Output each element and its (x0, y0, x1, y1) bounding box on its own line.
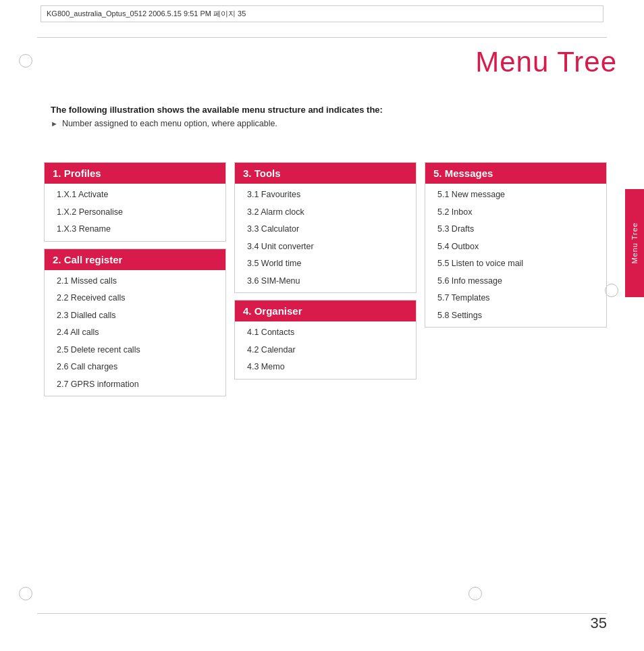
menu-box-header-0-0: 1. Profiles (45, 163, 225, 184)
menu-item-1-1-0: 4.1 Contacts (235, 324, 416, 342)
menu-item-1-0-0: 3.1 Favourites (235, 186, 416, 204)
menu-item-1-0-3: 3.4 Unit converter (235, 238, 416, 256)
corner-circle-tl (19, 54, 32, 68)
menu-item-1-0-2: 3.3 Calculator (235, 221, 416, 238)
menu-item-2-0-6: 5.7 Templates (425, 290, 606, 307)
menu-box-2-0: 5. Messages5.1 New message5.2 Inbox5.3 D… (425, 162, 607, 328)
menu-item-2-0-0: 5.1 New message (425, 186, 606, 204)
arrow-icon: ► (51, 120, 58, 128)
header-bar: KG800_australia_Optus_0512 2006.5.15 9:5… (41, 5, 603, 22)
menu-item-2-0-1: 5.2 Inbox (425, 204, 606, 222)
menu-item-2-0-2: 5.3 Drafts (425, 221, 606, 238)
menu-item-1-0-4: 3.5 World time (235, 255, 416, 273)
menu-item-1-1-1: 4.2 Calendar (235, 342, 416, 359)
menu-item-0-0-0: 1.X.1 Activate (45, 186, 225, 204)
menu-box-body-2-0: 5.1 New message5.2 Inbox5.3 Drafts5.4 Ou… (425, 184, 606, 327)
description-item: ► Number assigned to each menu option, w… (51, 119, 590, 128)
description-bullet: Number assigned to each menu option, whe… (62, 119, 277, 128)
corner-circle-tr (605, 284, 618, 297)
top-divider (37, 37, 607, 38)
menu-box-body-1-0: 3.1 Favourites3.2 Alarm clock3.3 Calcula… (235, 184, 416, 292)
menu-column-0: 1. Profiles1.X.1 Activate1.X.2 Personali… (44, 162, 226, 396)
menu-item-0-1-6: 2.7 GPRS information (45, 376, 225, 394)
menu-item-1-0-5: 3.6 SIM-Menu (235, 273, 416, 290)
menu-box-header-0-1: 2. Call register (45, 249, 225, 270)
menu-box-header-1-0: 3. Tools (235, 163, 416, 184)
menu-box-1-0: 3. Tools3.1 Favourites3.2 Alarm clock3.3… (234, 162, 417, 293)
menu-item-2-0-4: 5.5 Listen to voice mail (425, 255, 606, 273)
corner-circle-br (468, 587, 482, 600)
menu-item-0-0-1: 1.X.2 Personalise (45, 204, 225, 222)
menu-box-0-1: 2. Call register2.1 Missed calls2.2 Rece… (44, 249, 226, 397)
menu-box-0-0: 1. Profiles1.X.1 Activate1.X.2 Personali… (44, 162, 226, 242)
page-title: Menu Tree (0, 46, 617, 78)
menu-item-0-0-2: 1.X.3 Rename (45, 221, 225, 238)
menu-box-header-2-0: 5. Messages (425, 163, 606, 184)
menu-box-1-1: 4. Organiser4.1 Contacts4.2 Calendar4.3 … (234, 300, 417, 380)
corner-circle-bl (19, 587, 32, 600)
side-tab-text: Menu Tree (630, 222, 639, 264)
menu-grid: 1. Profiles1.X.1 Activate1.X.2 Personali… (44, 162, 607, 396)
menu-item-0-1-5: 2.6 Call charges (45, 359, 225, 376)
menu-column-1: 3. Tools3.1 Favourites3.2 Alarm clock3.3… (234, 162, 417, 396)
menu-item-2-0-3: 5.4 Outbox (425, 238, 606, 256)
description-bold: The following illustration shows the ava… (51, 105, 590, 115)
menu-box-body-0-1: 2.1 Missed calls2.2 Received calls2.3 Di… (45, 270, 225, 396)
filename-text: KG800_australia_Optus_0512 2006.5.15 9:5… (47, 9, 246, 18)
menu-item-2-0-5: 5.6 Info message (425, 273, 606, 290)
menu-box-body-0-0: 1.X.1 Activate1.X.2 Personalise1.X.3 Ren… (45, 184, 225, 241)
menu-column-2: 5. Messages5.1 New message5.2 Inbox5.3 D… (425, 162, 607, 396)
menu-item-0-1-2: 2.3 Dialled calls (45, 307, 225, 325)
menu-item-0-1-0: 2.1 Missed calls (45, 273, 225, 290)
menu-item-0-1-3: 2.4 All calls (45, 324, 225, 342)
menu-item-0-1-1: 2.2 Received calls (45, 290, 225, 307)
menu-item-1-0-1: 3.2 Alarm clock (235, 204, 416, 222)
side-tab: Menu Tree (625, 189, 644, 297)
menu-box-body-1-1: 4.1 Contacts4.2 Calendar4.3 Memo (235, 321, 416, 379)
menu-box-header-1-1: 4. Organiser (235, 301, 416, 321)
bottom-divider (37, 613, 607, 614)
menu-item-1-1-2: 4.3 Memo (235, 359, 416, 376)
page-number: 35 (591, 615, 607, 632)
menu-item-0-1-4: 2.5 Delete recent calls (45, 342, 225, 359)
description-block: The following illustration shows the ava… (51, 105, 590, 128)
menu-item-2-0-7: 5.8 Settings (425, 307, 606, 325)
